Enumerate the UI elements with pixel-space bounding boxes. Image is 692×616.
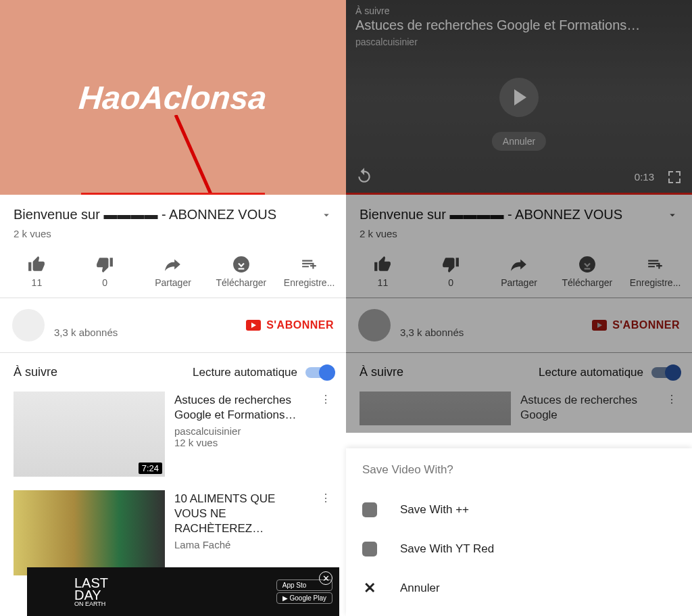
thumb-down-icon: [96, 256, 114, 273]
action-bar: 11 0 Partager Télécharger Enregistre...: [346, 249, 692, 298]
autoplay-label: Lecture automatique: [539, 366, 643, 379]
cancel-autoplay-button[interactable]: Annuler: [492, 132, 546, 151]
download-icon: [232, 256, 250, 273]
channel-row[interactable]: 3,3 k abonnés S'ABONNER: [0, 298, 346, 353]
channel-name: [54, 313, 237, 327]
action-bar: 11 0 Partager Télécharger Enregistre...: [0, 249, 346, 298]
video-title: Bienvenue sur ▬▬▬▬ - ABONNEZ VOUS: [14, 207, 320, 222]
sheet-cancel-option[interactable]: ✕ Annuler: [346, 569, 692, 608]
fullscreen-icon[interactable]: [666, 169, 683, 185]
suggested-channel: Lama Faché: [174, 539, 310, 550]
up-next-heading: À suivre: [14, 365, 193, 379]
up-next-label: À suivre: [355, 5, 390, 16]
subscribe-button[interactable]: S'ABONNER: [592, 319, 680, 331]
suggested-title: 10 ALIMENTS QUE VOUS NE RACHÈTEREZ…: [174, 492, 310, 536]
play-icon: [514, 89, 526, 105]
channel-avatar[interactable]: [358, 309, 391, 341]
thumb-down-icon: [442, 256, 460, 273]
play-next-button[interactable]: [499, 78, 539, 117]
left-panel: HaoAclonsa Bienvenue sur ▬▬▬▬ - ABONNEZ …: [0, 0, 346, 616]
suggested-views: 12 k vues: [174, 437, 310, 448]
thumb-up-icon: [28, 256, 45, 273]
ad-close-icon[interactable]: ✕: [319, 571, 332, 585]
suggested-video[interactable]: Astuces de recherches Google ⋮: [346, 392, 692, 425]
video-thumbnail[interactable]: [360, 392, 511, 425]
subscribe-button[interactable]: S'ABONNER: [246, 319, 334, 331]
sheet-title: Save Video With?: [346, 463, 692, 490]
youtube-icon: [592, 320, 607, 331]
save-button[interactable]: Enregistre...: [275, 256, 343, 288]
time-display: 0:13: [635, 171, 654, 183]
svg-point-4: [579, 256, 595, 273]
video-title: Bienvenue sur ▬▬▬▬ - ABONNEZ VOUS: [360, 207, 666, 222]
share-icon: [510, 256, 528, 273]
suggested-video[interactable]: 7:24 Astuces de recherches Google et For…: [0, 392, 346, 490]
dislike-button[interactable]: 0: [71, 256, 139, 288]
save-button[interactable]: Enregistre...: [621, 256, 689, 288]
next-video-title: Astuces de recherches Google et Formatio…: [355, 18, 683, 33]
download-button[interactable]: Télécharger: [553, 256, 621, 288]
channel-row[interactable]: 3,3 k abonnés S'ABONNER: [346, 298, 692, 353]
right-panel: À suivre Astuces de recherches Google et…: [346, 0, 692, 616]
video-player-left[interactable]: HaoAclonsa: [0, 0, 346, 195]
ad-banner[interactable]: LAST DAY ON EARTH App Sto ▶ Google Play …: [27, 567, 339, 616]
video-thumbnail[interactable]: 7:24: [14, 392, 165, 477]
share-icon: [164, 256, 182, 273]
save-with-plus-option[interactable]: Save With ++: [346, 490, 692, 529]
duration-badge: 7:24: [139, 463, 162, 474]
replay-icon[interactable]: [355, 166, 373, 184]
autoplay-label: Lecture automatique: [193, 366, 297, 379]
expand-icon[interactable]: [666, 209, 678, 221]
video-player-right[interactable]: À suivre Astuces de recherches Google et…: [346, 0, 692, 195]
svg-rect-5: [584, 268, 590, 269]
svg-point-2: [233, 256, 249, 273]
up-next-heading: À suivre: [360, 365, 539, 379]
subscriber-count: 3,3 k abonnés: [400, 327, 583, 338]
next-video-channel: pascalcuisinier: [355, 37, 418, 47]
share-button[interactable]: Partager: [485, 256, 553, 288]
ad-logo: LAST DAY ON EARTH: [74, 577, 108, 607]
share-button[interactable]: Partager: [139, 256, 207, 288]
view-count: 2 k vues: [346, 225, 692, 249]
autoplay-toggle[interactable]: [651, 367, 678, 378]
suggested-channel: pascalcuisinier: [174, 425, 310, 437]
more-icon[interactable]: ⋮: [665, 392, 678, 407]
save-video-sheet: Save Video With? Save With ++ Save With …: [346, 448, 692, 616]
download-button[interactable]: Télécharger: [207, 256, 275, 288]
video-scribble: HaoAclonsa: [78, 79, 268, 116]
video-title-row[interactable]: Bienvenue sur ▬▬▬▬ - ABONNEZ VOUS: [0, 195, 346, 225]
channel-name: [400, 313, 583, 327]
youtube-icon: [246, 320, 261, 331]
close-icon: ✕: [362, 581, 377, 596]
like-button[interactable]: 11: [3, 256, 71, 288]
dislike-button[interactable]: 0: [417, 256, 485, 288]
playlist-add-icon: [301, 256, 318, 273]
app-icon: [362, 542, 377, 556]
view-count: 2 k vues: [0, 225, 346, 249]
svg-line-1: [176, 115, 230, 195]
subscriber-count: 3,3 k abonnés: [54, 327, 237, 338]
suggested-title: Astuces de recherches Google et Formatio…: [174, 393, 310, 423]
thumb-up-icon: [374, 256, 391, 273]
channel-avatar[interactable]: [12, 309, 45, 341]
more-icon[interactable]: ⋮: [319, 392, 332, 407]
video-thumbnail[interactable]: [14, 490, 165, 575]
download-icon: [578, 256, 596, 273]
annotation-arrow: [169, 115, 243, 195]
save-with-ytred-option[interactable]: Save With YT Red: [346, 529, 692, 569]
autoplay-toggle[interactable]: [305, 367, 332, 378]
autoplay-row: À suivre Lecture automatique: [0, 353, 346, 392]
more-icon[interactable]: ⋮: [319, 490, 332, 506]
suggested-title: Astuces de recherches Google: [520, 393, 656, 423]
app-icon: [362, 502, 377, 517]
svg-rect-3: [238, 268, 244, 269]
playlist-add-icon: [647, 256, 664, 273]
like-button[interactable]: 11: [349, 256, 417, 288]
video-title-row[interactable]: Bienvenue sur ▬▬▬▬ - ABONNEZ VOUS: [346, 195, 692, 225]
expand-icon[interactable]: [320, 209, 332, 221]
autoplay-row: À suivre Lecture automatique: [346, 353, 692, 392]
